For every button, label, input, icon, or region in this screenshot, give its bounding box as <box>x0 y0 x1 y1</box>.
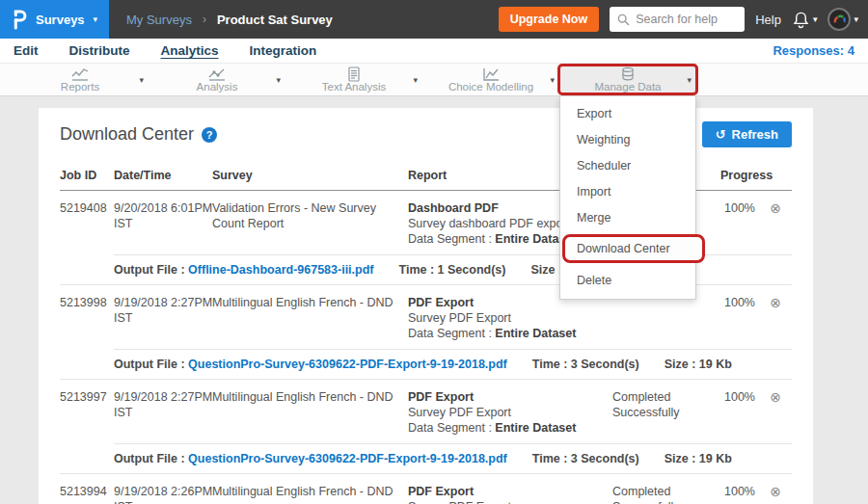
col-header-cancel <box>769 169 792 182</box>
account-menu[interactable]: ▾ <box>827 8 858 31</box>
job-report: PDF Export Survey PDF Export Data Segmen… <box>408 389 612 436</box>
table-row: 5213997 9/19/2018 2:27PMIST Multilingual… <box>60 380 792 474</box>
toolbar-label: Manage Data <box>594 81 661 93</box>
toolbar-item-choice-modelling[interactable]: Choice Modelling ▾ <box>422 64 559 95</box>
job-id: 5213997 <box>60 389 114 436</box>
database-icon <box>619 66 637 82</box>
job-survey: Validation Errors - New Survey Count Rep… <box>212 200 408 247</box>
toolbar-item-text-analysis[interactable]: Text Analysis ▾ <box>285 64 422 95</box>
toolbar-item-reports[interactable]: Reports ▾ <box>12 64 149 95</box>
chevron-down-icon: ▾ <box>813 14 818 24</box>
job-progress: 100% <box>720 389 769 436</box>
refresh-button[interactable]: ↺ Refresh <box>702 121 792 147</box>
breadcrumb-separator-icon: › <box>203 13 206 26</box>
output-file-row: Output File : QuestionPro-Survey-6309622… <box>114 349 792 379</box>
bar-line-chart-icon <box>482 67 501 82</box>
line-chart-icon <box>70 67 90 82</box>
job-survey: Multilingual English French - DND <box>212 484 408 504</box>
notifications-menu[interactable]: ▾ <box>792 11 818 29</box>
toolbar-item-analysis[interactable]: Analysis ▾ <box>149 64 285 95</box>
cancel-job-icon[interactable]: ⊗ <box>770 200 781 216</box>
job-id: 5213998 <box>60 295 114 341</box>
analytics-toolbar: Reports ▾ Analysis ▾ <box>0 64 868 96</box>
chevron-down-icon[interactable]: ▾ <box>687 75 692 85</box>
chevron-down-icon: ▾ <box>854 14 858 24</box>
toolbar-label: Analysis <box>197 81 238 93</box>
chevron-down-icon[interactable]: ▾ <box>139 75 144 85</box>
job-survey: Multilingual English French - DND <box>212 295 408 341</box>
responses-count[interactable]: Responses: 4 <box>773 43 854 58</box>
chevron-down-icon[interactable]: ▾ <box>413 75 418 85</box>
trend-chart-icon <box>207 67 227 82</box>
download-center-panel: Download Center ? ↺ Refresh Job ID Date/… <box>39 108 813 504</box>
chevron-down-icon[interactable]: ▾ <box>550 75 555 85</box>
job-status: Completed Successfully <box>612 389 720 436</box>
toolbar-label: Reports <box>61 81 99 93</box>
bell-icon <box>792 11 810 29</box>
col-header-survey: Survey <box>212 169 408 182</box>
breadcrumb-my-surveys[interactable]: My Surveys <box>126 13 192 27</box>
breadcrumb: My Surveys › Product Sat Survey <box>126 13 333 27</box>
page-title: Download Center <box>60 124 194 145</box>
chevron-down-icon[interactable]: ▾ <box>276 75 281 85</box>
job-progress: 100% <box>720 200 769 247</box>
menu-item-delete[interactable]: Delete <box>560 267 695 293</box>
col-header-job-id: Job ID <box>60 169 114 182</box>
output-file-link[interactable]: QuestionPro-Survey-6309622-PDF-Export-9-… <box>188 452 507 465</box>
app-logo-menu[interactable]: Surveys ▾ <box>0 0 109 39</box>
toolbar-label: Choice Modelling <box>448 81 533 93</box>
cancel-job-icon[interactable]: ⊗ <box>770 389 781 405</box>
top-bar: Surveys ▾ My Surveys › Product Sat Surve… <box>0 0 868 39</box>
help-question-icon[interactable]: ? <box>202 127 217 143</box>
job-datetime: 9/19/2018 2:27PMIST <box>114 389 212 436</box>
table-row: 5213994 9/19/2018 2:26PMIST Multilingual… <box>60 474 792 504</box>
toolbar-label: Text Analysis <box>322 81 386 93</box>
upgrade-now-button[interactable]: Upgrade Now <box>499 7 600 32</box>
cancel-job-icon[interactable]: ⊗ <box>770 295 781 310</box>
menu-item-import[interactable]: Import <box>560 178 695 204</box>
job-datetime: 9/19/2018 2:26PMIST <box>114 484 212 504</box>
breadcrumb-current-survey: Product Sat Survey <box>217 13 333 27</box>
refresh-label: Refresh <box>732 127 778 142</box>
survey-nav: Edit Distribute Analytics Integration Re… <box>0 39 868 64</box>
job-report: PDF Export Survey PDF Export Data Segmen… <box>408 295 612 341</box>
job-report: PDF Export Survey PDF Export Data Segmen… <box>408 484 612 504</box>
toolbar-item-manage-data[interactable]: Manage Data ▾ <box>559 64 696 95</box>
job-progress: 100% <box>720 484 769 504</box>
help-search-box[interactable] <box>610 7 745 32</box>
job-datetime: 9/20/2018 6:01PMIST <box>114 200 212 247</box>
job-id: 5219408 <box>60 200 114 247</box>
col-header-progress: Progress <box>720 169 769 182</box>
questionpro-logo-icon <box>13 10 27 30</box>
output-file-link[interactable]: Offline-Dashboard-967583-iii.pdf <box>188 263 373 277</box>
output-file-row: Output File : QuestionPro-Survey-6309622… <box>114 443 792 473</box>
avatar <box>827 8 851 31</box>
search-input[interactable] <box>636 13 737 26</box>
menu-item-export[interactable]: Export <box>560 100 695 126</box>
job-id: 5213994 <box>60 484 114 504</box>
job-status: Completed Successfully <box>612 484 720 504</box>
nav-item-edit[interactable]: Edit <box>14 43 39 58</box>
help-link[interactable]: Help <box>755 13 781 27</box>
output-file-link[interactable]: QuestionPro-Survey-6309622-PDF-Export-9-… <box>188 358 507 371</box>
topbar-actions: Upgrade Now Help ▾ <box>499 0 858 39</box>
job-survey: Multilingual English French - DND <box>212 389 408 436</box>
menu-item-weighting[interactable]: Weighting <box>560 126 695 152</box>
surveys-menu-label: Surveys <box>36 13 85 27</box>
job-progress: 100% <box>720 295 769 341</box>
menu-item-scheduler[interactable]: Scheduler <box>560 152 695 178</box>
cancel-job-icon[interactable]: ⊗ <box>770 484 781 499</box>
job-datetime: 9/19/2018 2:27PMIST <box>114 295 212 341</box>
manage-data-dropdown: Export Weighting Scheduler Import Merge … <box>559 96 696 300</box>
chevron-down-icon: ▾ <box>94 14 98 24</box>
refresh-icon: ↺ <box>716 127 726 142</box>
col-header-datetime: Date/Time <box>114 169 212 182</box>
menu-item-download-center[interactable]: Download Center <box>562 234 705 263</box>
job-status <box>612 295 720 341</box>
document-chart-icon <box>346 66 362 82</box>
nav-item-analytics[interactable]: Analytics <box>161 43 219 58</box>
nav-item-integration[interactable]: Integration <box>250 43 317 58</box>
menu-item-merge[interactable]: Merge <box>560 204 695 230</box>
search-icon <box>617 13 630 26</box>
nav-item-distribute[interactable]: Distribute <box>69 43 130 58</box>
